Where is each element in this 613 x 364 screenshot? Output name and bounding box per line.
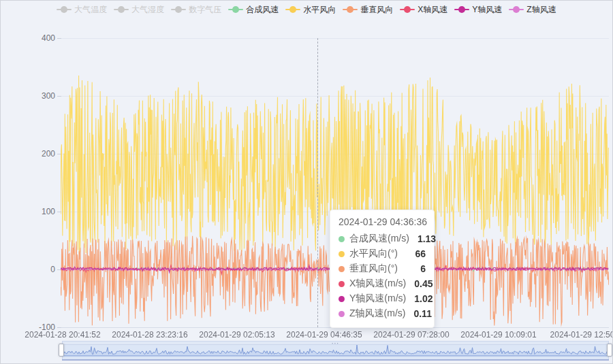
legend-item-2[interactable]: 大气湿度: [114, 4, 164, 15]
series-color-dot-icon: [339, 236, 345, 242]
series-color-dot-icon: [339, 311, 345, 317]
x-axis-label: 2024-01-28 20:41:52: [25, 330, 100, 340]
tooltip-row: 合成风速(m/s)1.13: [339, 231, 426, 246]
y-axis-label: 0: [21, 265, 55, 274]
legend-line-dot-icon: [400, 6, 415, 13]
series-color-dot-icon: [339, 296, 345, 302]
y-axis-label: 300: [21, 91, 55, 101]
tooltip-series-label: 合成风速(m/s): [349, 233, 409, 245]
legend-label: 大气湿度: [131, 4, 164, 15]
legend-line-dot-icon: [343, 6, 358, 13]
legend-item-9[interactable]: Z轴风速: [509, 4, 556, 15]
legend-item-7[interactable]: X轴风速: [400, 4, 447, 15]
tooltip-series-label: Z轴风速(m/s): [349, 308, 405, 320]
tooltip-series-label: Y轴风速(m/s): [349, 293, 406, 305]
legend-label: Y轴风速: [472, 4, 502, 15]
tooltip-series-label: 垂直风向(°): [349, 263, 398, 275]
tooltip-series-value: 1.13: [409, 233, 436, 244]
tooltip-series-label: 水平风向(°): [349, 248, 398, 260]
legend-item-1[interactable]: 大气温度: [57, 4, 107, 15]
series-color-dot-icon: [339, 266, 345, 272]
datazoom-waveform-canvas: [63, 345, 608, 358]
tooltip-row: 垂直风向(°)6: [339, 261, 426, 276]
legend: 大气温度大气湿度数字气压合成风速水平风向垂直风向X轴风速Y轴风速Z轴风速: [1, 4, 612, 15]
x-axis-label: 2024-01-29 12:50:3: [550, 330, 613, 340]
legend-label: 水平风向: [303, 4, 336, 15]
tooltip-row: Y轴风速(m/s)1.02: [339, 291, 426, 306]
axis-pointer-line: [317, 38, 318, 327]
legend-line-dot-icon: [228, 6, 243, 13]
legend-item-3[interactable]: 数字气压: [171, 4, 221, 15]
tooltip-series-value: 6: [412, 263, 426, 274]
x-axis-label: 2024-01-28 23:23:16: [112, 330, 187, 340]
tooltip-row: 水平风向(°)66: [339, 246, 426, 261]
legend-line-dot-icon: [454, 6, 469, 13]
series-color-dot-icon: [339, 281, 345, 287]
legend-label: X轴风速: [418, 4, 447, 15]
tooltip-series-value: 1.02: [406, 293, 433, 304]
x-axis-label: 2024-01-29 10:09:01: [460, 330, 536, 340]
legend-line-dot-icon: [114, 6, 129, 13]
tooltip-title: 2024-01-29 04:36:36: [339, 216, 426, 227]
series-color-dot-icon: [339, 251, 345, 257]
legend-label: Z轴风速: [526, 4, 556, 15]
tooltip-series-value: 0.11: [405, 308, 431, 319]
tooltip-series-label: X轴风速(m/s): [349, 278, 406, 290]
legend-item-4[interactable]: 合成风速: [228, 4, 279, 15]
legend-label: 垂直风向: [360, 4, 393, 15]
legend-line-dot-icon: [171, 6, 186, 13]
legend-line-dot-icon: [285, 6, 300, 13]
tooltip-rows: 合成风速(m/s)1.13水平风向(°)66垂直风向(°)6X轴风速(m/s)0…: [339, 231, 426, 321]
x-axis-label: 2024-01-29 04:46:35: [286, 330, 362, 340]
chart-page: 大气温度大气湿度数字气压合成风速水平风向垂直风向X轴风速Y轴风速Z轴风速 400…: [0, 0, 613, 364]
y-axis-label: 100: [21, 207, 55, 216]
y-axis-label: 400: [21, 33, 55, 43]
tooltip-row: X轴风速(m/s)0.45: [339, 276, 426, 291]
tooltip-series-value: 66: [407, 248, 426, 259]
legend-label: 大气温度: [74, 4, 107, 15]
datazoom-track[interactable]: [62, 345, 609, 359]
legend-label: 合成风速: [246, 4, 279, 15]
y-axis-label: 200: [21, 149, 55, 159]
datazoom-left-handle[interactable]: [59, 344, 64, 357]
datazoom-right-handle[interactable]: [607, 344, 612, 357]
legend-label: 数字气压: [189, 4, 221, 15]
tooltip-series-value: 0.45: [406, 278, 433, 289]
tooltip-row: Z轴风速(m/s)0.11: [339, 306, 426, 321]
x-axis-label: 2024-01-29 07:28:00: [373, 330, 449, 340]
x-axis-label: 2024-01-29 02:05:13: [199, 330, 274, 340]
legend-item-8[interactable]: Y轴风速: [454, 4, 502, 15]
tooltip: 2024-01-29 04:36:36 合成风速(m/s)1.13水平风向(°)…: [330, 210, 435, 328]
datazoom-bottom-border: [62, 359, 609, 361]
legend-line-dot-icon: [509, 6, 524, 13]
legend-line-dot-icon: [57, 6, 72, 13]
legend-item-5[interactable]: 水平风向: [285, 4, 336, 15]
datazoom-slider[interactable]: ⋯: [62, 341, 609, 361]
legend-item-6[interactable]: 垂直风向: [343, 4, 393, 15]
